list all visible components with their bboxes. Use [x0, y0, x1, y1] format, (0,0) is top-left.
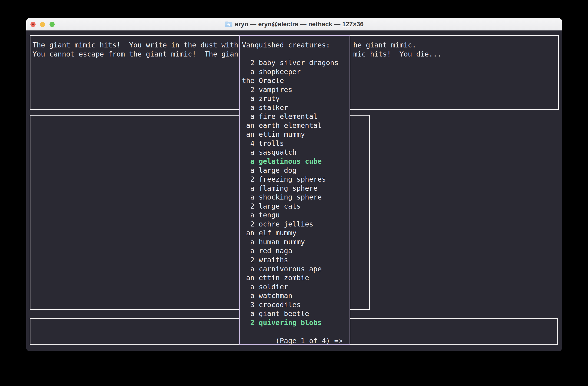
vanquished-list-row: a sasquatch — [242, 148, 349, 157]
vanquished-list-row: a shocking sphere — [242, 193, 349, 202]
vanquished-list-row: a zruty — [242, 94, 349, 103]
vanquished-list-row: a stalker — [242, 103, 349, 112]
minimize-button[interactable] — [40, 22, 45, 27]
vanquished-list-row: 2 freezing spheres — [242, 175, 349, 184]
vanquished-list-row: 2 quivering blobs — [242, 318, 349, 327]
vanquished-list-row: 2 ochre jellies — [242, 220, 349, 229]
vanquished-list-row: an ettin zombie — [242, 274, 349, 282]
vanquished-list-row: a red naga — [242, 246, 349, 256]
vanquished-list-row: 2 vampires — [242, 85, 349, 94]
vanquished-list-row: a flaming sphere — [242, 184, 349, 193]
vanquished-list-row: a giant beetle — [242, 309, 349, 318]
zoom-button[interactable] — [49, 22, 55, 27]
vanquished-list-row: a fire elemental — [242, 112, 349, 121]
vanquished-list-row: the Oracle — [242, 76, 349, 85]
vanquished-list-row: a human mummy — [242, 238, 349, 247]
home-folder-icon — [225, 21, 233, 27]
message-line-2-left: You cannot escape from the giant mimic! … — [33, 49, 238, 59]
vanquished-list-row: an ettin mummy — [242, 130, 349, 139]
vanquished-list-row: 3 crocodiles — [242, 300, 349, 309]
desktop-background: eryn — eryn@electra — nethack — 127×36 T… — [0, 0, 588, 386]
vanquished-list-row: a gelatinous cube — [242, 157, 349, 166]
window-titlebar[interactable]: eryn — eryn@electra — nethack — 127×36 — [26, 18, 562, 30]
vanquished-list-row: a watchman — [242, 291, 349, 300]
vanquished-list-row: a shopkeeper — [242, 67, 349, 77]
traffic-light-buttons — [26, 18, 55, 30]
popup-page-indicator: (Page 1 of 4) => — [242, 336, 343, 345]
vanquished-list-row: 2 large cats — [242, 202, 349, 211]
close-button[interactable] — [30, 22, 36, 27]
vanquished-list-row: a carnivorous ape — [242, 265, 349, 274]
window-title-group: eryn — eryn@electra — nethack — 127×36 — [225, 21, 364, 28]
vanquished-list-row: an elf mummy — [242, 229, 349, 238]
message-line-1-left: The giant mimic hits! You write in the d… — [33, 41, 238, 49]
vanquished-creatures-list: 2 baby silver dragons a shopkeeperthe Or… — [242, 58, 349, 327]
vanquished-list-row: 2 baby silver dragons — [242, 58, 349, 67]
window-title: eryn — eryn@electra — nethack — 127×36 — [235, 21, 364, 28]
message-line-2-right: mic hits! You die... — [353, 49, 441, 59]
vanquished-list-row: 2 wraiths — [242, 256, 349, 265]
vanquished-list-row: a tengu — [242, 211, 349, 220]
vanquished-popup-title: Vanquished creatures: — [242, 41, 330, 49]
vanquished-list-row: 4 trolls — [242, 139, 349, 148]
vanquished-list-row: an earth elemental — [242, 121, 349, 130]
vanquished-list-row: a large dog — [242, 166, 349, 175]
message-line-1-right: he giant mimic. — [353, 41, 416, 49]
vanquished-list-row: a soldier — [242, 282, 349, 292]
